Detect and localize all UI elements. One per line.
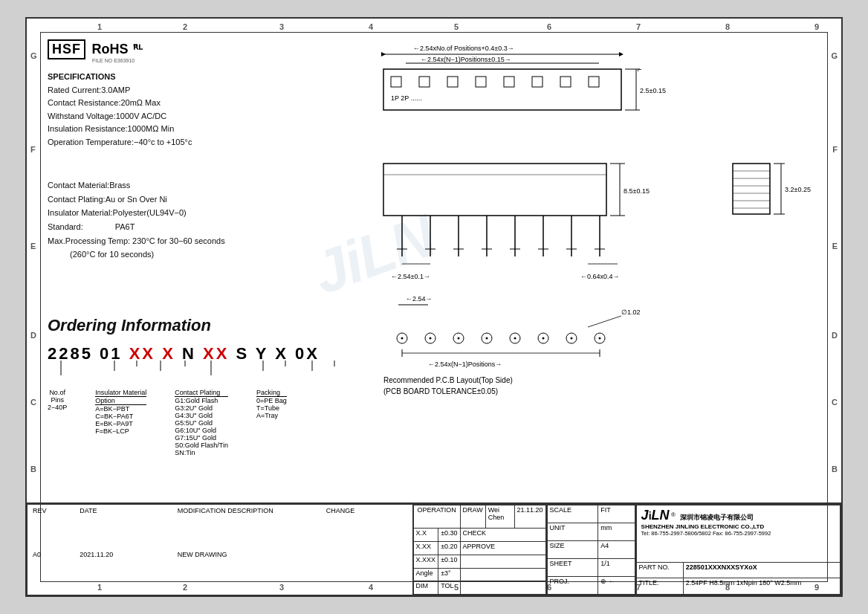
standard: Standard: PA6T <box>48 220 225 234</box>
proj-symbol: ⊕ ← <box>598 577 635 595</box>
approve-label: APPROVE <box>460 542 545 555</box>
date-value: 2021.11.20 <box>77 550 175 594</box>
rated-current: Rated Current:3.0AMP <box>48 84 192 97</box>
grid-row-B: B <box>30 465 36 474</box>
xxxx-label: X.XXX <box>413 555 438 568</box>
xxx-label: X.XX <box>413 542 438 555</box>
svg-text:∅1.02: ∅1.02 <box>621 308 641 316</box>
operation-label: OPERATION <box>413 505 460 529</box>
svg-point-75 <box>486 337 488 340</box>
date-label: DATE <box>77 506 175 550</box>
sheet-label: SHEET <box>547 559 598 577</box>
max-processing2: (260°C for 10 seconds) <box>70 248 225 262</box>
svg-rect-20 <box>532 77 542 87</box>
ordering-title: Ordering Information <box>48 316 211 335</box>
svg-rect-19 <box>504 77 514 87</box>
svg-line-84 <box>588 316 621 327</box>
svg-point-71 <box>430 337 432 340</box>
svg-point-73 <box>458 337 460 340</box>
title-block: REV DATE MODIFICATION DESCRIPTION CHANGE… <box>27 502 841 595</box>
insulation-resistance: Insulation Resistance:1000MΩ Min <box>48 123 192 136</box>
svg-text:⌐: ⌐ <box>638 65 642 74</box>
scale-label: SCALE <box>547 505 598 523</box>
size-value: A4 <box>598 541 635 559</box>
col-packing: Packing 0=PE Bag T=Tube A=Tray <box>256 389 287 419</box>
xx-label: X.X <box>413 529 438 542</box>
dim-label: DIM <box>413 581 438 595</box>
xx-tol: ±0.30 <box>438 529 460 542</box>
proj-label: PROJ. <box>547 577 598 595</box>
col-pins: No.of Pins 2−40P <box>48 389 67 411</box>
grid-row-G: G <box>30 51 37 60</box>
grid-col-9: 9 <box>814 22 819 31</box>
grid-row-E: E <box>30 242 36 251</box>
grid-col-5: 5 <box>454 22 459 31</box>
svg-rect-15 <box>391 77 401 87</box>
hsf-logo: HSF <box>48 39 85 59</box>
svg-rect-21 <box>560 77 571 87</box>
unit-value: mm <box>598 523 635 541</box>
insulator-material: Insulator Material:Polyester(UL94V−0) <box>48 206 225 220</box>
sheet-value: 1/1 <box>598 559 635 577</box>
company-chinese: 深圳市锦凌电子有限公司 <box>680 514 754 521</box>
tol-label: TOL <box>438 581 460 595</box>
xxxx-tol: ±0.10 <box>438 555 460 568</box>
part-no-value: 228501XXXNXXSYXoX <box>683 562 840 578</box>
grid-col-4: 4 <box>369 22 373 31</box>
contact-resistance: Contact Resistance:20mΩ Max <box>48 97 192 110</box>
change-value <box>324 550 409 594</box>
specs-title: SPECIFICATIONS <box>48 71 192 84</box>
svg-text:(PCB BOARD TOLERANCE±0.05): (PCB BOARD TOLERANCE±0.05) <box>383 387 498 395</box>
title-value: 2.54PF H8.5mm 1xNpin 180° W2.5mm <box>683 578 840 595</box>
jiln-logo: JiLN <box>641 508 670 523</box>
svg-text:2.5±0.15: 2.5±0.15 <box>640 87 666 94</box>
specifications: SPECIFICATIONS Rated Current:3.0AMP Cont… <box>48 71 192 149</box>
ul-logo: ᴿ̈ᴸ <box>133 43 143 56</box>
svg-point-81 <box>571 337 573 340</box>
rev-value: A0 <box>30 550 77 594</box>
check-label: CHECK <box>460 529 545 542</box>
withstand-voltage: Withstand Voltage:1000V AC/DC <box>48 110 192 123</box>
technical-drawing: ←2.54xNo.of Positions+0.4±0.3→ ←2.54x(N−… <box>369 41 829 502</box>
contact-plating: Contact Plating:Au or Sn Over Ni <box>48 193 225 207</box>
svg-text:1P 2P ......: 1P 2P ...... <box>391 94 422 102</box>
desc-value: NEW DRAWING <box>175 550 324 594</box>
title-label: TITLE: <box>636 578 683 595</box>
part-no-label: PART NO. <box>636 562 683 578</box>
size-label: SIZE <box>547 541 598 559</box>
grid-col-8: 8 <box>725 22 730 31</box>
svg-point-79 <box>542 337 545 340</box>
svg-rect-18 <box>476 77 486 87</box>
svg-point-77 <box>514 337 516 340</box>
ordering-details: No.of Pins 2−40P Insulator Material Opti… <box>48 389 287 456</box>
change-label: CHANGE <box>324 506 409 550</box>
col-plating: Contact Plating G1:Gold Flash G3:2U" Gol… <box>175 389 228 456</box>
grid-col-7: 7 <box>636 22 641 31</box>
svg-text:3.2±0.25: 3.2±0.25 <box>785 186 811 193</box>
grid-row-rC: C <box>832 398 838 407</box>
rohs-text: RoHS <box>91 42 128 56</box>
svg-text:←2.54±0.1→: ←2.54±0.1→ <box>391 273 430 280</box>
svg-text:←2.54→: ←2.54→ <box>406 295 433 303</box>
svg-point-83 <box>599 337 601 340</box>
unit-label: UNIT <box>547 523 598 541</box>
material-specs: Contact Material:Brass Contact Plating:A… <box>48 178 225 262</box>
svg-text:←0.64x0.4→: ←0.64x0.4→ <box>580 273 620 280</box>
company-tel: Tel: 86-755-2997-5806/5802 Fax: 86-755-2… <box>641 530 835 537</box>
grid-row-rB: B <box>832 465 838 474</box>
grid-row-rD: D <box>832 331 838 340</box>
col-insulator: Insulator Material Option A=BK−PBT C=BK−… <box>95 389 146 435</box>
contact-material: Contact Material:Brass <box>48 178 225 193</box>
grid-row-F: F <box>30 145 36 154</box>
xxx-tol: ±0.20 <box>438 542 460 555</box>
svg-rect-22 <box>589 77 599 87</box>
rev-label: REV <box>30 506 77 550</box>
grid-row-rG: G <box>831 51 838 60</box>
grid-col-6: 6 <box>547 22 551 31</box>
operation-temp: Operation Temperature:−40°c to +105°c <box>48 136 192 149</box>
grid-row-rE: E <box>832 242 838 251</box>
draw-label: DRAW <box>460 505 485 529</box>
grid-row-rF: F <box>832 145 838 154</box>
svg-text:←2.54xNo.of  Positions+0.4±0.3: ←2.54xNo.of Positions+0.4±0.3→ <box>413 45 514 52</box>
file-no: FILE NO E363910 <box>92 58 143 63</box>
